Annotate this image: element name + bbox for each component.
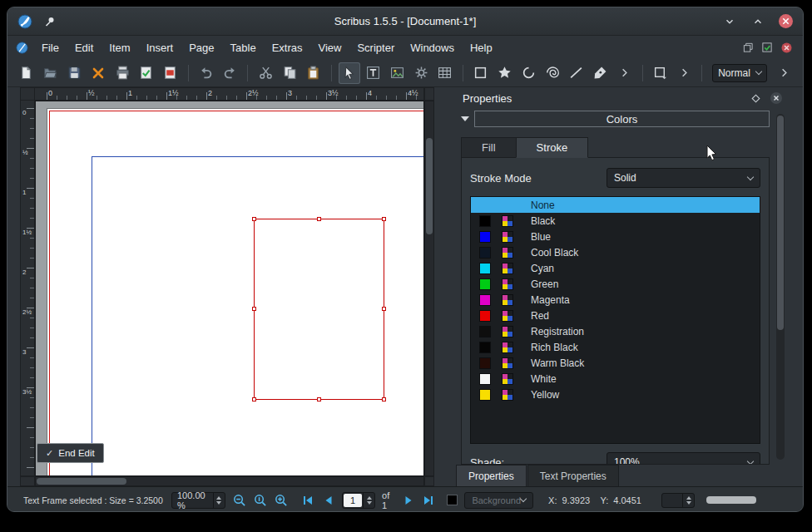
document-page[interactable]	[47, 109, 424, 476]
colors-section-header[interactable]: Colors	[461, 111, 770, 127]
resize-handle[interactable]	[252, 217, 256, 221]
color-row-warm-black[interactable]: Warm Black	[471, 355, 760, 371]
mdi-restore-icon[interactable]	[742, 42, 754, 53]
menu-scripter[interactable]: Scripter	[349, 39, 402, 57]
color-row-cool-black[interactable]: Cool Black	[471, 244, 760, 260]
more-pdf-tools-chevron-icon[interactable]	[673, 62, 695, 84]
color-row-red[interactable]: Red	[471, 308, 760, 323]
insert-polygon-button[interactable]	[494, 62, 516, 84]
color-row-cyan[interactable]: Cyan	[471, 260, 760, 276]
color-row-green[interactable]: Green	[471, 276, 760, 292]
zoom-in-button[interactable]	[274, 492, 288, 509]
color-row-yellow[interactable]: Yellow	[471, 387, 760, 402]
color-row-registration[interactable]: Registration	[471, 323, 760, 339]
save-button[interactable]	[64, 62, 86, 84]
color-row-white[interactable]: White	[471, 371, 760, 387]
insert-shape-button[interactable]	[470, 62, 492, 84]
menu-windows[interactable]: Windows	[403, 39, 462, 57]
dock-tab-text-properties[interactable]: Text Properties	[527, 465, 619, 486]
insert-text-frame-button[interactable]	[363, 62, 384, 84]
close-panel-icon[interactable]	[770, 91, 783, 105]
open-document-button[interactable]	[40, 62, 62, 84]
canvas-vertical-scrollbar[interactable]	[424, 101, 434, 476]
copy-button[interactable]	[279, 62, 300, 84]
menu-file[interactable]: File	[34, 39, 67, 57]
titlebar[interactable]: Scribus 1.5.5 - [Document-1*]	[7, 7, 803, 36]
mdi-checkbox-icon[interactable]	[761, 42, 773, 53]
insert-spiral-button[interactable]	[542, 62, 563, 84]
dock-tab-properties[interactable]: Properties	[456, 465, 527, 486]
insert-image-frame-button[interactable]	[386, 62, 408, 84]
vertical-ruler[interactable]: 0 ½ 1 1½ 2 2½ 3 3½	[20, 101, 35, 476]
tab-fill[interactable]: Fill	[461, 137, 516, 158]
extra-spinbox[interactable]	[661, 493, 695, 508]
redo-button[interactable]	[220, 62, 241, 84]
color-row-none[interactable]: None	[471, 197, 760, 213]
previous-page-button[interactable]	[321, 492, 335, 509]
scrollbar-handle[interactable]	[777, 116, 784, 330]
resize-handle[interactable]	[382, 397, 386, 401]
paste-button[interactable]	[303, 62, 324, 84]
print-button[interactable]	[111, 62, 133, 84]
resize-handle[interactable]	[252, 397, 256, 401]
menu-table[interactable]: Table	[223, 39, 264, 57]
scrollbar-handle[interactable]	[426, 138, 433, 234]
insert-arc-button[interactable]	[517, 62, 539, 84]
insert-table-button[interactable]	[434, 62, 456, 84]
colors-section-title[interactable]: Colors	[474, 111, 770, 127]
resize-handle[interactable]	[317, 217, 321, 221]
horizontal-ruler[interactable]: 0 ½ 1 1½ 2 2½ 3 3½ 4 4½ 5	[35, 87, 424, 101]
resize-handle[interactable]	[382, 217, 386, 221]
cut-button[interactable]	[255, 62, 276, 84]
first-page-button[interactable]	[301, 492, 315, 509]
layer-select[interactable]: Background	[464, 492, 533, 509]
color-row-blue[interactable]: Blue	[471, 229, 760, 244]
last-page-button[interactable]	[422, 492, 436, 509]
canvas-viewport[interactable]: ✓ End Edit	[35, 101, 424, 476]
tab-stroke[interactable]: Stroke	[516, 137, 589, 158]
next-page-button[interactable]	[401, 492, 415, 509]
mdi-close-icon[interactable]	[780, 42, 793, 54]
undo-button[interactable]	[196, 62, 217, 84]
preflight-verifier-button[interactable]	[136, 62, 157, 84]
maximize-window-icon[interactable]	[750, 14, 765, 29]
insert-bezier-button[interactable]	[590, 62, 611, 84]
scrollbar-handle[interactable]	[37, 478, 126, 485]
page-number-spinbox[interactable]: 1	[342, 492, 375, 509]
more-tools-chevron-icon[interactable]	[614, 62, 636, 84]
zoom-out-button[interactable]	[232, 492, 246, 509]
insert-line-button[interactable]	[566, 62, 587, 84]
select-item-button[interactable]	[339, 62, 360, 84]
zoom-100-button[interactable]	[253, 492, 267, 509]
color-row-magenta[interactable]: Magenta	[471, 292, 760, 308]
menu-item[interactable]: Item	[102, 39, 137, 57]
shade-select[interactable]: 100%	[607, 452, 760, 465]
toolbar-overflow-chevron-icon[interactable]	[773, 62, 795, 84]
selected-text-frame[interactable]	[254, 219, 384, 400]
properties-scrollbar[interactable]	[776, 114, 785, 460]
menu-edit[interactable]: Edit	[67, 39, 101, 57]
menu-page[interactable]: Page	[181, 39, 221, 57]
pdf-push-button-tool[interactable]	[650, 62, 671, 84]
collapse-triangle-icon[interactable]	[461, 116, 469, 121]
color-row-black[interactable]: Black	[471, 213, 760, 229]
insert-render-frame-button[interactable]	[410, 62, 432, 84]
new-document-button[interactable]	[16, 62, 37, 84]
color-row-rich-black[interactable]: Rich Black	[471, 339, 760, 355]
canvas-horizontal-scrollbar[interactable]	[35, 476, 424, 486]
properties-panel-header[interactable]: Properties	[454, 87, 791, 109]
spin-arrows[interactable]	[682, 494, 694, 507]
menu-help[interactable]: Help	[463, 39, 500, 57]
pin-icon[interactable]	[42, 14, 57, 29]
menu-view[interactable]: View	[310, 39, 349, 57]
zoom-spinbox[interactable]: 100.00 %	[171, 492, 225, 509]
resize-handle[interactable]	[382, 307, 386, 311]
close-window-button[interactable]	[779, 14, 793, 28]
close-document-button[interactable]	[87, 62, 109, 84]
spin-arrows[interactable]	[363, 493, 374, 508]
menu-extras[interactable]: Extras	[265, 39, 310, 57]
image-quality-select[interactable]: Normal	[712, 64, 767, 82]
resize-handle[interactable]	[252, 307, 256, 311]
float-panel-icon[interactable]	[750, 93, 761, 104]
menu-insert[interactable]: Insert	[139, 39, 181, 57]
